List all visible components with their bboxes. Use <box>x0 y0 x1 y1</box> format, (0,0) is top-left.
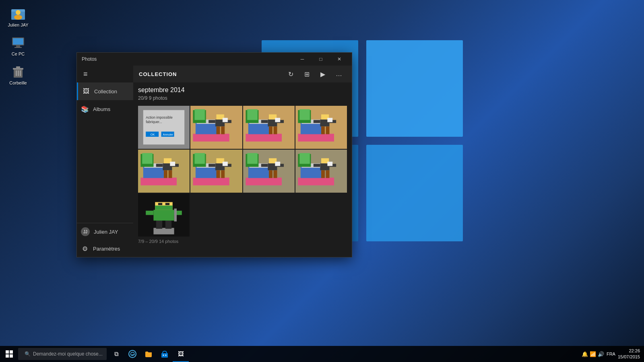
svg-rect-6 <box>16 45 20 47</box>
content-header: COLLECTION ↻ ⊞ ▶ … <box>133 66 352 82</box>
photo-2-canvas <box>190 106 242 149</box>
folder-icon <box>144 350 153 358</box>
date-section-sept2014: septembre 2014 20/9 9 photos <box>133 82 352 106</box>
svg-point-2 <box>16 10 21 15</box>
trash-icon <box>10 64 26 80</box>
svg-rect-14 <box>6 350 9 354</box>
section-title: COLLECTION <box>139 71 283 77</box>
photo-cell-6[interactable] <box>190 150 242 193</box>
close-button[interactable]: ✕ <box>330 53 349 66</box>
taskbar: 🔍 Demandez-moi quelque chose... ⧉ <box>0 346 644 362</box>
taskbar-items: ⧉ 🖼 <box>108 346 189 362</box>
computer-icon <box>10 35 26 51</box>
photo-5-canvas <box>138 150 190 193</box>
start-button[interactable] <box>0 346 18 362</box>
language-indicator: FRA <box>607 352 615 356</box>
sidebar-item-user[interactable]: JJ Julien JAY <box>77 223 133 240</box>
minimize-button[interactable]: ─ <box>293 53 312 66</box>
photo-cell-3[interactable] <box>243 106 295 149</box>
photo-grid <box>133 106 352 237</box>
search-placeholder: Demandez-moi quelque chose... <box>33 351 103 357</box>
svg-rect-5 <box>13 38 23 45</box>
sidebar-item-albums[interactable]: 📚 Albums <box>77 100 133 118</box>
photo-6-canvas <box>190 150 242 193</box>
desktop-icon-user[interactable]: Julien JAY <box>4 4 32 29</box>
header-actions: ↻ ⊞ ▶ … <box>283 67 346 81</box>
sidebar-item-collection[interactable]: 🖼 Collection <box>77 82 133 100</box>
network-icon: 📶 <box>590 351 596 357</box>
svg-point-20 <box>163 355 164 356</box>
svg-rect-12 <box>18 70 19 76</box>
svg-rect-10 <box>16 66 20 68</box>
settings-icon: ⚙ <box>81 245 89 253</box>
search-icon: 🔍 <box>25 351 31 357</box>
svg-rect-19 <box>161 353 168 358</box>
taskbar-right: 🔔 📶 🔊 FRA 22:26 15/07/2015 <box>582 348 644 360</box>
section-footer: 7/9 – 20/9 14 photos <box>133 237 352 245</box>
photo-cell-9[interactable] <box>138 193 190 237</box>
photo-cell-1[interactable] <box>138 106 190 149</box>
taskbar-search[interactable]: 🔍 Demandez-moi quelque chose... <box>18 348 107 360</box>
trash-icon-label: Corbeille <box>9 80 27 85</box>
more-options-button[interactable]: … <box>332 67 346 81</box>
svg-rect-13 <box>20 70 21 76</box>
sidebar-item-settings[interactable]: ⚙ Paramètres <box>77 240 133 257</box>
photo-1-canvas <box>138 106 190 149</box>
photo-cell-7[interactable] <box>243 150 295 193</box>
sidebar: ≡ 🖼 Collection 📚 Albums JJ Julien JAY <box>77 66 133 257</box>
albums-icon: 📚 <box>81 105 89 113</box>
edge-icon <box>128 350 136 358</box>
svg-rect-11 <box>16 70 17 76</box>
view-toggle-button[interactable]: ⊞ <box>299 67 314 81</box>
volume-icon: 🔊 <box>598 351 604 357</box>
windows-start-icon <box>6 350 13 358</box>
slideshow-button[interactable]: ▶ <box>316 67 330 81</box>
photo-4-canvas <box>295 106 347 149</box>
edge-button[interactable] <box>124 346 140 362</box>
hamburger-menu-button[interactable]: ≡ <box>77 66 133 82</box>
desktop-icons: Julien JAY Ce PC <box>4 4 32 87</box>
user-icon-label: Julien JAY <box>8 23 28 27</box>
photo-cell-5[interactable] <box>138 150 190 193</box>
window-titlebar: Photos ─ □ ✕ <box>77 53 352 66</box>
photos-window: Photos ─ □ ✕ ≡ 🖼 Co <box>76 52 352 257</box>
window-controls: ─ □ ✕ <box>293 53 349 66</box>
date-subheading: 20/9 9 photos <box>138 95 347 101</box>
window-body: ≡ 🖼 Collection 📚 Albums JJ Julien JAY <box>77 66 352 257</box>
photo-7-canvas <box>243 150 295 193</box>
svg-point-3 <box>14 15 22 20</box>
user-avatar: JJ <box>81 227 90 236</box>
maximize-button[interactable]: □ <box>312 53 330 66</box>
svg-rect-9 <box>13 68 23 70</box>
system-clock: 22:26 15/07/2015 <box>618 348 640 360</box>
desktop: Julien JAY Ce PC <box>0 0 644 362</box>
system-tray: 🔔 📶 🔊 <box>582 351 604 357</box>
svg-point-18 <box>129 350 136 358</box>
store-icon <box>161 350 169 358</box>
main-content: COLLECTION ↻ ⊞ ▶ … <box>133 66 352 257</box>
sidebar-bottom: JJ Julien JAY ⚙ Paramètres <box>77 223 133 257</box>
desktop-icon-computer[interactable]: Ce PC <box>4 33 32 58</box>
notification-icon: 🔔 <box>582 351 588 357</box>
photo-cell-8[interactable] <box>295 150 347 193</box>
computer-icon-label: Ce PC <box>12 51 25 56</box>
photo-cell-4[interactable] <box>295 106 347 149</box>
date-heading: septembre 2014 <box>138 86 347 94</box>
svg-point-21 <box>165 355 167 356</box>
photo-area[interactable]: septembre 2014 20/9 9 photos <box>133 82 352 257</box>
svg-rect-7 <box>14 47 22 48</box>
svg-rect-17 <box>10 354 13 358</box>
window-title: Photos <box>80 56 293 62</box>
file-explorer-button[interactable] <box>140 346 157 362</box>
photo-cell-2[interactable] <box>190 106 242 149</box>
collection-icon: 🖼 <box>82 88 90 95</box>
svg-rect-15 <box>10 350 13 354</box>
svg-rect-16 <box>6 354 9 358</box>
refresh-button[interactable]: ↻ <box>283 67 298 81</box>
desktop-icon-trash[interactable]: Corbeille <box>4 62 32 87</box>
task-view-button[interactable]: ⧉ <box>108 346 124 362</box>
photos-button[interactable]: 🖼 <box>173 346 189 362</box>
photo-9-canvas <box>138 193 190 237</box>
photo-8-canvas <box>295 150 347 193</box>
store-button[interactable] <box>157 346 173 362</box>
